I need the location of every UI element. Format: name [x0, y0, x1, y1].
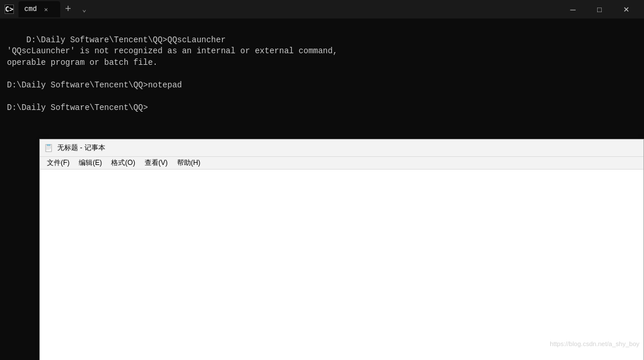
window-controls: ─ □ ✕: [560, 0, 639, 19]
title-bar: C> cmd ✕ + ⌄ ─ □ ✕: [0, 0, 644, 19]
notepad-icon: [45, 144, 54, 153]
tab-label: cmd: [24, 5, 37, 13]
minimize-button[interactable]: ─: [560, 0, 586, 19]
tab-close-button[interactable]: ✕: [42, 5, 51, 14]
notepad-window[interactable]: 无标题 - 记事本 文件(F) 编辑(E) 格式(O) 查看(V) 帮助(H): [39, 139, 644, 360]
cmd-window: C> cmd ✕ + ⌄ ─ □ ✕ D:: [0, 0, 644, 360]
new-tab-button[interactable]: +: [60, 1, 76, 17]
terminal-line-3: operable program or batch file.: [7, 58, 157, 67]
tab-dropdown-button[interactable]: ⌄: [76, 1, 93, 17]
notepad-titlebar: 无标题 - 记事本: [40, 139, 643, 157]
watermark: https://blog.csdn.net/a_shy_boy: [539, 331, 639, 358]
terminal-content[interactable]: D:\Daily Software\Tencent\QQ>QQscLaunche…: [0, 19, 644, 360]
close-button[interactable]: ✕: [613, 0, 639, 19]
cmd-icon: C>: [5, 5, 14, 14]
notepad-menubar: 文件(F) 编辑(E) 格式(O) 查看(V) 帮助(H): [40, 157, 643, 170]
terminal-line-7: D:\Daily Software\Tencent\QQ>: [7, 103, 148, 112]
notepad-title: 无标题 - 记事本: [57, 143, 639, 153]
cmd-tab[interactable]: cmd ✕: [19, 1, 60, 17]
terminal-line-5: D:\Daily Software\Tencent\QQ>notepad: [7, 80, 182, 90]
notepad-menu-help[interactable]: 帮助(H): [172, 157, 205, 169]
title-bar-tabs: cmd ✕ + ⌄: [19, 1, 560, 17]
notepad-icon-svg: [45, 144, 53, 152]
notepad-menu-edit[interactable]: 编辑(E): [74, 157, 106, 169]
notepad-menu-file[interactable]: 文件(F): [42, 157, 74, 169]
notepad-menu-format[interactable]: 格式(O): [106, 157, 139, 169]
notepad-menu-view[interactable]: 查看(V): [140, 157, 172, 169]
terminal-line-2: 'QQscLauncher' is not recognized as an i…: [7, 46, 337, 56]
maximize-button[interactable]: □: [586, 0, 613, 19]
svg-rect-1: [47, 144, 50, 146]
terminal-line-1: D:\Daily Software\Tencent\QQ>QQscLaunche…: [27, 35, 226, 45]
